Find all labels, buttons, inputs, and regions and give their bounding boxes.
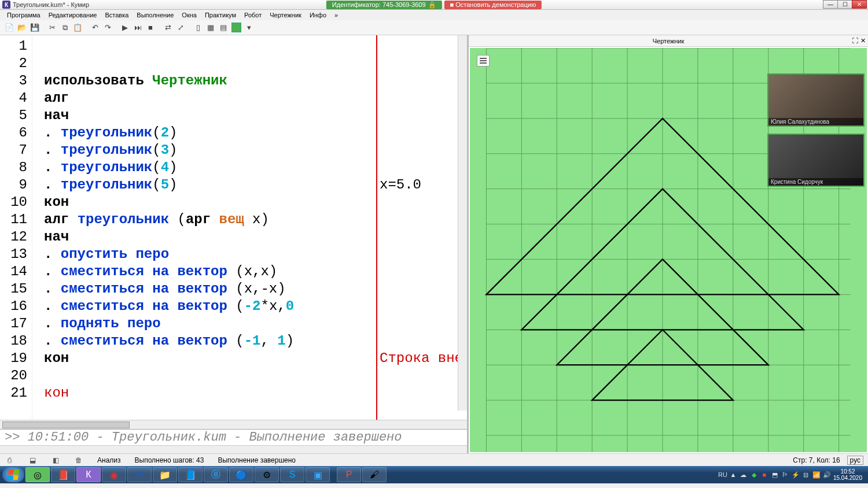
code-line-13[interactable]: . сместиться на вектор (х,-х)	[44, 280, 467, 298]
menu-Выполнение[interactable]: Выполнение	[133, 11, 177, 19]
view3-icon[interactable]: ▤	[218, 22, 229, 34]
drawer-close-icon[interactable]: ✕	[860, 37, 866, 45]
task-powerpoint[interactable]: P	[337, 467, 361, 482]
run-icon[interactable]: ▶	[119, 22, 131, 34]
console-scrollbar[interactable]	[0, 445, 467, 453]
start-button[interactable]	[2, 467, 24, 482]
drawer-maximize-icon[interactable]: ⛶	[852, 37, 858, 45]
tray-icon-4[interactable]: ■	[760, 471, 768, 479]
code-line-20[interactable]	[44, 402, 467, 419]
code-line-11[interactable]: . опустить перо	[44, 246, 467, 263]
menu-Вставка[interactable]: Вставка	[101, 11, 132, 19]
video-participant-2[interactable]: Кристина Сидорчук	[767, 134, 865, 187]
status-cursor-pos: Стр: 7, Кол: 16	[793, 456, 840, 464]
dropdown-icon[interactable]: ▾	[243, 22, 255, 34]
task-app-5[interactable]: ⚙	[255, 467, 279, 482]
code-line-6[interactable]: . треугольник(4)	[44, 159, 467, 176]
task-chrome[interactable]: 🔵	[229, 467, 253, 482]
tray-volume-icon[interactable]: 🔊	[823, 471, 831, 479]
code-line-3[interactable]: нач	[44, 107, 467, 124]
task-paint[interactable]: 🖌	[362, 467, 387, 482]
layout1-icon[interactable]: ⇄	[162, 22, 174, 34]
toolbar: 📄 📂 💾 ✂ ⧉ 📋 ↶ ↷ ▶ ⏭ ■ ⇄ ⤢ ▯ ▦ ▤ ▾	[0, 20, 868, 35]
paste-icon[interactable]: 📋	[72, 22, 83, 34]
tray-icon-6[interactable]: 🏳	[781, 471, 789, 479]
cut-icon[interactable]: ✂	[46, 22, 58, 34]
menu-Робот[interactable]: Робот	[241, 11, 265, 19]
menu-Инфо[interactable]: Инфо	[306, 11, 330, 19]
task-explorer[interactable]: 📁	[153, 467, 177, 482]
save-file-icon[interactable]: 💾	[29, 22, 41, 34]
status-icon-1[interactable]: ⎙	[5, 456, 14, 465]
status-analysis: Анализ	[97, 456, 121, 464]
view2-icon[interactable]: ▦	[205, 22, 216, 34]
margin-line	[376, 35, 377, 420]
task-ie[interactable]: ⓔ	[204, 467, 228, 482]
menu-Редактирование[interactable]: Редактирование	[45, 11, 101, 19]
code-line-2[interactable]: алг	[44, 90, 467, 107]
status-done: Выполнение завершено	[218, 456, 296, 464]
view1-icon[interactable]: ▯	[192, 22, 204, 34]
code-line-8[interactable]: кон	[44, 194, 467, 211]
tray-network-icon[interactable]: 📶	[812, 471, 821, 479]
editor-pane: 123456789101112131415161718192021 исполь…	[0, 35, 469, 453]
copy-icon[interactable]: ⧉	[59, 22, 71, 34]
code-line-21[interactable]	[44, 419, 467, 420]
windows-taskbar: ◎ 📕 К ◉ W 📁 📘 ⓔ 🔵 ⚙ S ▣ P 🖌 RU ▲ ☁ ◆ ■ ⬒…	[0, 466, 868, 483]
task-camera[interactable]: ▣	[306, 467, 330, 482]
tray-icon-5[interactable]: ⬒	[771, 471, 779, 479]
code-line-19[interactable]: кон	[44, 385, 467, 402]
canvas-menu-icon[interactable]	[477, 55, 490, 66]
horizontal-scrollbar[interactable]	[0, 420, 467, 429]
view-green-icon[interactable]	[230, 22, 242, 34]
task-app-4[interactable]: 📘	[178, 467, 203, 482]
undo-icon[interactable]: ↶	[89, 22, 101, 34]
code-line-14[interactable]: . сместиться на вектор (-2*х,0	[44, 298, 467, 315]
task-app-2[interactable]: 📕	[51, 467, 75, 482]
menu-Окна[interactable]: Окна	[178, 11, 200, 19]
lock-icon: 🔒	[428, 1, 436, 9]
minimize-button[interactable]: —	[823, 0, 838, 9]
video-participant-1[interactable]: Юлия Салахутдинова	[767, 73, 865, 127]
menu-Программа[interactable]: Программа	[3, 11, 44, 19]
new-file-icon[interactable]: 📄	[3, 22, 15, 34]
vertical-scrollbar[interactable]	[458, 35, 467, 411]
task-word[interactable]: W	[127, 467, 152, 482]
stop-icon[interactable]: ■	[145, 22, 156, 34]
menu-Практикум[interactable]: Практикум	[201, 11, 240, 19]
code-editor[interactable]: использовать Чертежникалгнач. треугольни…	[32, 35, 467, 420]
tray-icon-2[interactable]: ☁	[740, 471, 748, 479]
redo-icon[interactable]: ↷	[102, 22, 113, 34]
task-skype[interactable]: S	[280, 467, 304, 482]
code-line-4[interactable]: . треугольник(2)	[44, 124, 467, 142]
code-line-10[interactable]: нач	[44, 228, 467, 246]
tray-icon-7[interactable]: ⚡	[792, 471, 800, 479]
code-line-16[interactable]: . сместиться на вектор (-1, 1)	[44, 332, 467, 350]
code-line-9[interactable]: алг треугольник (арг вещ х)	[44, 211, 467, 228]
menu-»[interactable]: »	[331, 11, 341, 19]
menu-Чертежник[interactable]: Чертежник	[266, 11, 305, 19]
code-line-5[interactable]: . треугольник(3)	[44, 142, 467, 159]
code-line-18[interactable]	[44, 367, 467, 385]
tray-lang[interactable]: RU	[719, 471, 727, 479]
maximize-button[interactable]: ☐	[837, 0, 852, 9]
step-icon[interactable]: ⏭	[132, 22, 144, 34]
code-line-15[interactable]: . поднять перо	[44, 315, 467, 332]
task-app-1[interactable]: ◎	[25, 467, 50, 482]
status-icon-3[interactable]: ◧	[51, 456, 60, 465]
layout2-icon[interactable]: ⤢	[175, 22, 186, 34]
tray-clock[interactable]: 10:52 15.04.2020	[833, 468, 862, 481]
tray-icon-8[interactable]: ⊟	[802, 471, 810, 479]
code-line-1[interactable]: использовать Чертежник	[44, 72, 467, 90]
tray-icon-1[interactable]: ▲	[729, 471, 737, 479]
task-kumir[interactable]: К	[76, 467, 101, 482]
stop-demo-button[interactable]: ■ Остановить демонстрацию	[444, 1, 542, 9]
task-app-3[interactable]: ◉	[102, 467, 126, 482]
status-icon-4[interactable]: 🗑	[74, 456, 83, 465]
close-button[interactable]: ✕	[852, 0, 867, 9]
tray-icon-3[interactable]: ◆	[750, 471, 758, 479]
status-icon-2[interactable]: ⬓	[28, 456, 37, 465]
open-file-icon[interactable]: 📂	[16, 22, 28, 34]
code-line-12[interactable]: . сместиться на вектор (х,х)	[44, 263, 467, 280]
session-id-badge: Идентификатор: 745-3069-3609 🔒	[326, 1, 442, 9]
